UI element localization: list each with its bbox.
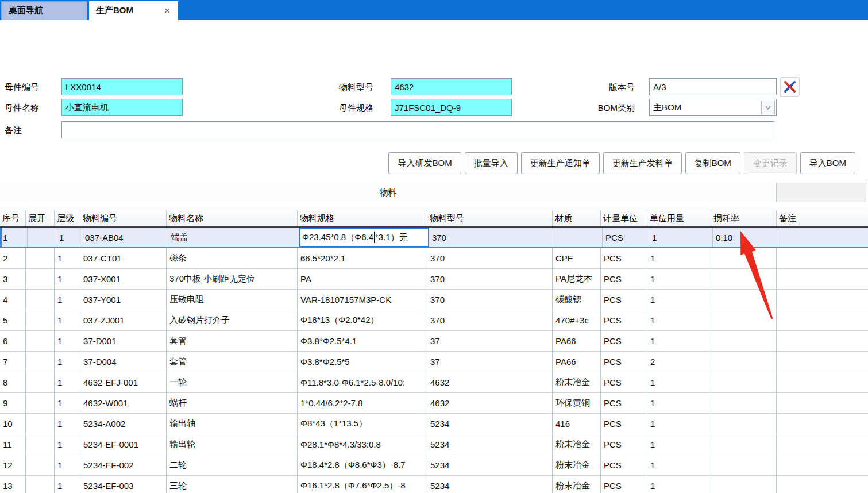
grid-cell[interactable]: 37-D004 <box>80 352 167 372</box>
grid-cell[interactable]: 4632-W001 <box>80 393 167 413</box>
grid-cell[interactable]: 二轮 <box>167 455 298 475</box>
grid-cell[interactable]: PCS <box>601 414 647 434</box>
grid-cell[interactable] <box>26 331 55 351</box>
column-header[interactable]: 单位用量 <box>647 210 711 226</box>
grid-cell[interactable] <box>26 414 55 434</box>
material-model-field[interactable]: 4632 <box>391 78 512 95</box>
grid-cell[interactable]: 1 <box>55 269 80 289</box>
grid-cell[interactable]: PCS <box>601 352 647 372</box>
grid-cell[interactable]: 11 <box>0 434 26 455</box>
grid-cell[interactable]: 粉末冶金 <box>553 476 601 493</box>
tab-desktop-navigation[interactable]: 桌面导航 <box>1 1 87 20</box>
grid-cell[interactable]: 套管 <box>167 352 298 372</box>
grid-cell[interactable] <box>554 228 603 247</box>
grid-cell[interactable]: 一轮 <box>167 372 298 392</box>
grid-cell[interactable] <box>26 455 55 475</box>
grid-cell[interactable] <box>777 248 868 268</box>
grid-cell[interactable]: 4632 <box>427 393 553 413</box>
grid-cell[interactable] <box>711 310 777 330</box>
grid-cell[interactable]: PA <box>298 269 427 289</box>
grid-cell[interactable]: PCS <box>601 476 647 493</box>
table-row[interactable]: 7137-D004套管Φ3.8*Φ2.5*537PA66PCS2 <box>0 352 868 372</box>
grid-cell[interactable] <box>777 372 868 392</box>
grid-cell[interactable]: 套管 <box>167 331 298 351</box>
grid-cell[interactable]: PCS <box>601 269 647 289</box>
table-row[interactable]: 814632-EFJ-001一轮Φ11.8*3.0-Φ6.1*2.5-8.0/1… <box>0 372 868 393</box>
column-header[interactable]: 损耗率 <box>711 210 777 226</box>
tab-production-bom[interactable]: 生产BOM × <box>89 1 178 20</box>
grid-cell[interactable]: 037-AB04 <box>82 228 168 247</box>
grid-cell[interactable] <box>26 476 55 493</box>
grid-cell[interactable]: 8 <box>0 372 26 392</box>
grid-cell[interactable]: PCS <box>601 248 647 268</box>
grid-cell[interactable] <box>777 434 868 455</box>
column-header[interactable]: 材质 <box>553 210 601 226</box>
grid-cell[interactable]: 37 <box>427 331 553 351</box>
grid-cell[interactable] <box>777 393 868 413</box>
grid-cell[interactable]: 10 <box>0 414 26 434</box>
grid-cell[interactable] <box>711 476 777 493</box>
grid-cell[interactable]: 1 <box>647 393 711 413</box>
column-header[interactable]: 序号 <box>0 210 26 226</box>
grid-cell[interactable]: 37-D001 <box>80 331 167 351</box>
grid-cell[interactable] <box>28 228 56 247</box>
grid-cell[interactable]: VAR-18107157M3P-CK <box>298 290 427 310</box>
grid-cell[interactable] <box>711 393 777 413</box>
grid-cell[interactable] <box>26 434 55 455</box>
grid-cell[interactable] <box>711 414 777 434</box>
grid-cell[interactable]: PCS <box>603 228 649 247</box>
spec-edit-cell[interactable]: Φ23.45*0.8（Φ6.4*3.1）无 <box>299 228 429 247</box>
grid-cell[interactable]: 2 <box>647 352 711 372</box>
grid-cell[interactable]: 2 <box>0 248 26 268</box>
grid-cell[interactable]: 1 <box>55 352 80 372</box>
remark-field[interactable] <box>61 121 774 138</box>
grid-cell[interactable]: 9 <box>0 393 26 413</box>
grid-cell[interactable]: 6 <box>0 331 26 351</box>
grid-cell[interactable]: 370中板 小刷距无定位 <box>167 269 298 289</box>
column-header[interactable]: 物料规格 <box>298 210 427 226</box>
grid-cell[interactable] <box>26 290 55 310</box>
toolbar-button[interactable]: 导入研发BOM <box>388 152 461 174</box>
grid-cell[interactable] <box>777 310 868 330</box>
chevron-down-icon[interactable] <box>761 101 775 114</box>
grid-cell[interactable]: 1 <box>647 310 711 330</box>
grid-cell[interactable] <box>777 269 868 289</box>
close-icon[interactable]: × <box>163 5 171 17</box>
grid-cell[interactable] <box>711 434 777 455</box>
grid-cell[interactable]: PCS <box>601 393 647 413</box>
table-row[interactable]: 31037-X001370中板 小刷距无定位PA370PA尼龙本PCS1 <box>0 269 868 290</box>
toolbar-button[interactable]: 批量导入 <box>465 152 518 174</box>
grid-cell[interactable]: 4632 <box>427 372 553 392</box>
table-row[interactable]: 1215234-EF-002二轮Φ18.4*2.8（Φ8.6*Φ3）-8.752… <box>0 455 868 476</box>
grid-cell[interactable]: 粉末冶金 <box>553 372 601 392</box>
table-row[interactable]: 51037-ZJ001入矽钢片打介子Φ18*13（Φ2.0*42）370470#… <box>0 310 868 331</box>
version-field[interactable]: A/3 <box>649 78 777 95</box>
grid-cell[interactable]: 输出轴 <box>167 414 298 434</box>
grid-cell[interactable]: 5234 <box>427 455 553 475</box>
grid-cell[interactable]: 1 <box>55 248 80 268</box>
grid-cell[interactable]: 1 <box>647 248 711 268</box>
grid-cell[interactable]: Φ18.4*2.8（Φ8.6*Φ3）-8.7 <box>298 455 427 475</box>
grid-cell[interactable]: 粉末冶金 <box>553 455 601 475</box>
toolbar-button[interactable]: 复制BOM <box>685 152 740 174</box>
grid-cell[interactable] <box>778 228 868 247</box>
grid-cell[interactable]: 磁条 <box>167 248 298 268</box>
grid-cell[interactable]: 1 <box>55 434 80 455</box>
parent-code-field[interactable]: LXX0014 <box>61 78 183 95</box>
grid-cell[interactable]: 1 <box>647 476 711 493</box>
grid-cell[interactable]: 1 <box>55 455 80 475</box>
table-row[interactable]: 1315234-EF-003三轮Φ16.1*2.8（Φ7.6*Φ2.5）-852… <box>0 476 868 493</box>
grid-cell[interactable]: 5234-EF-002 <box>80 455 167 475</box>
grid-cell[interactable]: 1 <box>647 331 711 351</box>
grid-cell[interactable] <box>711 269 777 289</box>
grid-cell[interactable] <box>26 352 55 372</box>
bom-type-select[interactable]: 主BOM <box>649 99 777 116</box>
grid-cell[interactable] <box>26 310 55 330</box>
grid-cell[interactable] <box>711 248 777 268</box>
grid-cell[interactable]: 4 <box>0 290 26 310</box>
grid-cell[interactable] <box>777 290 868 310</box>
grid-cell[interactable]: 037-Y001 <box>80 290 167 310</box>
toolbar-button[interactable]: 更新生产通知单 <box>521 152 600 174</box>
grid-cell[interactable]: 1 <box>55 372 80 392</box>
grid-cell[interactable]: PCS <box>601 310 647 330</box>
